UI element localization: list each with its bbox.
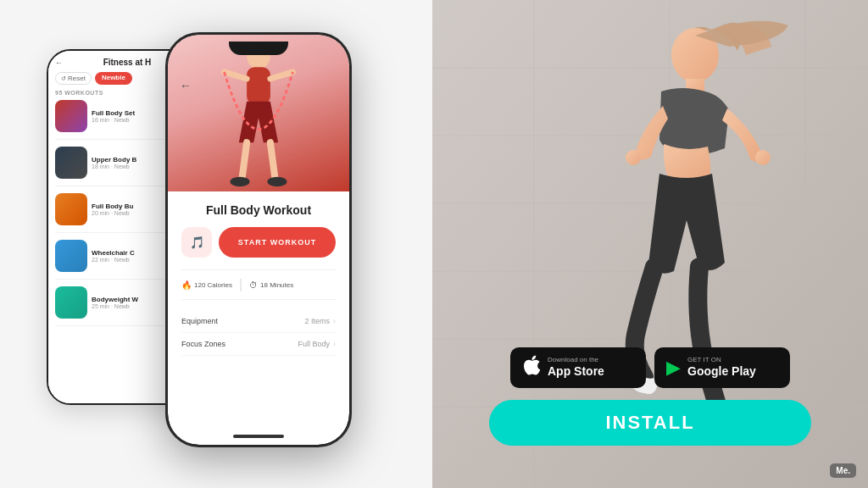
install-button[interactable]: INSTALL bbox=[489, 400, 811, 446]
app-store-button[interactable]: Download on the App Store bbox=[510, 347, 646, 388]
svg-rect-1 bbox=[247, 67, 270, 104]
workout-thumbnail bbox=[55, 193, 87, 225]
right-panel: Download on the App Store ▶ GET IT ON Go… bbox=[432, 0, 868, 488]
workout-thumbnail bbox=[55, 100, 87, 132]
tab-reset[interactable]: ↺ Reset bbox=[55, 72, 92, 85]
svg-line-2 bbox=[225, 72, 248, 79]
svg-point-20 bbox=[755, 150, 771, 165]
left-panel: ← Fitness at H ⋯ ↺ Reset Newbie 95 WORKO… bbox=[0, 0, 432, 488]
phone-front-screen: ← bbox=[168, 35, 349, 445]
detail-actions: 🎵 START WORKOUT bbox=[181, 227, 336, 258]
app-store-subtitle: Download on the bbox=[548, 357, 604, 363]
detail-hero: ← bbox=[168, 35, 349, 191]
chevron-icon: › bbox=[333, 317, 336, 325]
music-button[interactable]: 🎵 bbox=[181, 227, 212, 258]
tab-newbie[interactable]: Newbie bbox=[95, 72, 132, 85]
store-buttons: Download on the App Store ▶ GET IT ON Go… bbox=[510, 347, 790, 388]
brand-badge: Me. bbox=[830, 463, 856, 478]
stat-divider: | bbox=[239, 277, 242, 292]
svg-point-6 bbox=[230, 177, 249, 187]
hero-figure-svg bbox=[168, 35, 349, 191]
calories-stat: 🔥 120 Calories bbox=[181, 280, 232, 290]
workout-thumbnail bbox=[55, 286, 87, 319]
svg-line-5 bbox=[270, 142, 275, 180]
apple-icon bbox=[522, 354, 541, 381]
svg-point-7 bbox=[267, 177, 287, 187]
workout-thumbnail bbox=[55, 147, 87, 179]
app-store-title: App Store bbox=[548, 364, 604, 379]
detail-rows: Equipment 2 Items › Focus Zones Full Bod… bbox=[181, 310, 336, 356]
home-indicator bbox=[233, 435, 284, 438]
detail-stats: 🔥 120 Calories | ⏱ 18 Minutes bbox=[181, 269, 336, 300]
google-play-button[interactable]: ▶ GET IT ON Google Play bbox=[654, 347, 790, 388]
play-icon: ▶ bbox=[666, 357, 681, 379]
detail-title: Full Body Workout bbox=[181, 203, 336, 217]
phone-back-title: Fitness at H bbox=[103, 58, 152, 67]
workout-thumbnail bbox=[55, 240, 87, 272]
focus-zones-row[interactable]: Focus Zones Full Body › bbox=[181, 333, 336, 356]
google-play-subtitle: GET IT ON bbox=[687, 357, 756, 363]
svg-line-4 bbox=[242, 142, 247, 180]
phone-notch bbox=[229, 42, 288, 55]
back-arrow[interactable]: ← bbox=[180, 79, 192, 92]
start-workout-button[interactable]: START WORKOUT bbox=[219, 227, 336, 258]
svg-line-3 bbox=[270, 72, 293, 79]
chevron-icon: › bbox=[333, 340, 336, 348]
phones-container: ← Fitness at H ⋯ ↺ Reset Newbie 95 WORKO… bbox=[38, 24, 394, 464]
google-play-title: Google Play bbox=[687, 364, 756, 379]
detail-content: Full Body Workout 🎵 START WORKOUT 🔥 120 … bbox=[168, 191, 349, 356]
svg-point-21 bbox=[626, 150, 641, 165]
phone-front: ← bbox=[165, 32, 352, 447]
cta-section: Download on the App Store ▶ GET IT ON Go… bbox=[458, 347, 843, 446]
minutes-stat: ⏱ 18 Minutes bbox=[249, 280, 293, 290]
equipment-row[interactable]: Equipment 2 Items › bbox=[181, 310, 336, 333]
